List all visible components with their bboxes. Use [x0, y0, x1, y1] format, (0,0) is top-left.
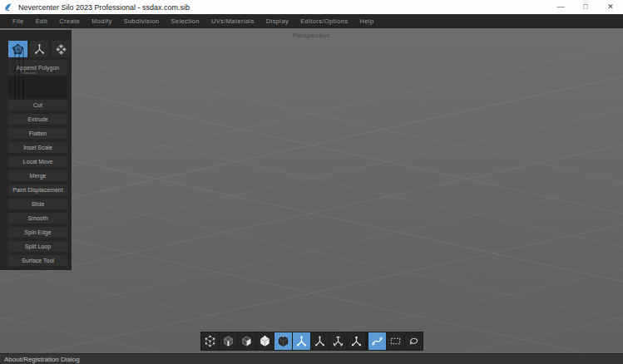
move-manipulator-button[interactable] [311, 332, 329, 350]
camera-label: Perspective [0, 32, 623, 39]
object-mode-icon [259, 335, 271, 347]
object-mode-button[interactable] [256, 332, 274, 350]
vertex-mode-button[interactable] [201, 332, 219, 350]
rotate-manipulator-button[interactable] [329, 332, 347, 350]
silo-app-icon [4, 2, 13, 12]
tool-button-slide[interactable]: Slide [8, 199, 67, 209]
menu-bar: File Edit Create Modify Subdivision Sele… [0, 14, 623, 28]
multi-mode-icon [277, 335, 289, 347]
tool-button-merge[interactable]: Merge [8, 170, 67, 181]
lasso-select-icon [408, 335, 420, 347]
menu-create[interactable]: Create [53, 17, 86, 25]
tool-button-spin-edge[interactable]: Spin Edge [8, 227, 67, 238]
silo-application-window: Nevercenter Silo 2023 Professional - ssd… [0, 0, 623, 364]
move-manipulator-icon [314, 335, 326, 347]
tab-manipulator-tools[interactable] [30, 41, 49, 57]
tool-sidebar: Append Polygon Cut Extrude Flatten Inset… [0, 30, 72, 270]
tool-button-local-move[interactable]: Local Move [8, 156, 67, 167]
menu-file[interactable]: File [7, 17, 30, 25]
menu-display[interactable]: Display [260, 17, 294, 25]
selection-mode-toolbar [200, 332, 423, 351]
menu-editors-options[interactable]: Editors/Options [294, 17, 354, 25]
tool-button-flatten[interactable]: Flatten [8, 128, 67, 139]
x-axis-line [316, 232, 623, 315]
viewport-3d[interactable]: Perspective [0, 28, 623, 353]
universal-manipulator-icon [295, 335, 308, 347]
toolbar-group-divider [366, 332, 368, 350]
perspective-grid [0, 28, 623, 353]
render-glitch-dash [22, 72, 36, 74]
menu-modify[interactable]: Modify [86, 17, 118, 25]
multi-mode-button[interactable] [274, 332, 292, 350]
scale-manipulator-button[interactable] [348, 332, 365, 350]
menu-subdivision[interactable]: Subdivision [118, 17, 166, 25]
tool-button-extrude[interactable]: Extrude [8, 114, 67, 125]
tool-button-list: Cut Extrude Flatten Inset Scale Local Mo… [8, 100, 67, 266]
lasso-select-button[interactable] [405, 332, 423, 350]
minimize-button[interactable]: — [548, 0, 573, 14]
soft-selection-button[interactable] [368, 332, 386, 350]
menu-uvs-materials[interactable]: UVs/Materials [205, 17, 260, 25]
tripod-icon [33, 43, 46, 55]
soft-selection-icon [371, 335, 383, 347]
menu-help[interactable]: Help [354, 17, 379, 25]
window-title: Nevercenter Silo 2023 Professional - ssd… [18, 3, 190, 12]
tool-button-smooth[interactable]: Smooth [8, 213, 67, 224]
tool-button-surface-tool[interactable]: Surface Tool [8, 255, 67, 266]
title-bar: Nevercenter Silo 2023 Professional - ssd… [0, 0, 623, 14]
face-mode-icon [240, 335, 253, 347]
universal-manipulator-button[interactable] [293, 332, 310, 350]
maximize-button[interactable]: □ [573, 0, 598, 14]
diamonds-icon [55, 43, 67, 55]
tool-button-cut[interactable]: Cut [8, 100, 67, 111]
edge-mode-button[interactable] [220, 332, 237, 350]
status-bar: About/Registration Dialog [0, 353, 623, 364]
vertex-mode-icon [204, 335, 216, 347]
scale-manipulator-icon [350, 335, 363, 347]
status-message: About/Registration Dialog [4, 356, 80, 363]
render-glitch-smudge [14, 48, 27, 103]
marquee-select-button[interactable] [387, 332, 404, 350]
menu-edit[interactable]: Edit [30, 17, 54, 25]
edge-mode-icon [222, 335, 235, 347]
face-mode-button[interactable] [238, 332, 255, 350]
marquee-select-icon [389, 335, 402, 347]
tool-button-split-loop[interactable]: Split Loop [8, 241, 67, 252]
menu-selection[interactable]: Selection [165, 17, 205, 25]
tool-button-paint-displacement[interactable]: Paint Displacement [8, 184, 67, 195]
tool-button-inset-scale[interactable]: Inset Scale [8, 142, 67, 153]
rotate-manipulator-icon [332, 335, 344, 347]
close-button[interactable]: ✕ [598, 0, 623, 14]
tab-primitives-tools[interactable] [52, 41, 71, 57]
